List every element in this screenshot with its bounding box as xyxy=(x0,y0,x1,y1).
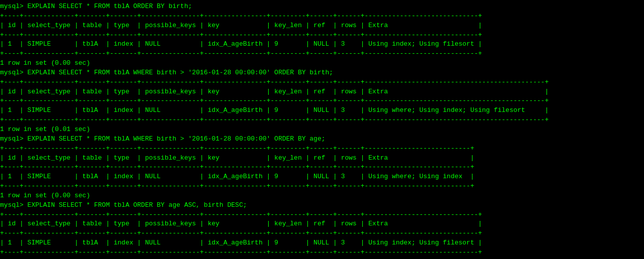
terminal-line: +----+-------------+-------+-------+----… xyxy=(0,182,644,191)
terminal-line: | id | select_type | table | type | poss… xyxy=(0,219,644,229)
terminal-line: +----+-------------+-------+-------+----… xyxy=(0,229,644,238)
terminal-line: +----+-------------+-------+-------+----… xyxy=(0,163,644,172)
terminal-line: mysql> EXPLAIN SELECT * FROM tblA ORDER … xyxy=(0,201,644,210)
terminal-line: +----+-------------+-------+-------+----… xyxy=(0,210,644,220)
terminal-line: +----+-------------+-------+-------+----… xyxy=(0,49,644,59)
terminal-line: | id | select_type | table | type | poss… xyxy=(0,154,644,163)
terminal-line: mysql> EXPLAIN SELECT * FROM tblA ORDER … xyxy=(0,2,644,12)
terminal-line: +----+-------------+-------+-------+----… xyxy=(0,78,644,87)
terminal-line: mysql> EXPLAIN SELECT * FROM tblA WHERE … xyxy=(0,135,644,144)
terminal-line: +----+-------------+-------+-------+----… xyxy=(0,115,644,125)
terminal-line: +----+-------------+-------+-------+----… xyxy=(0,248,644,257)
terminal-line: +----+-------------+-------+-------+----… xyxy=(0,31,644,40)
terminal-line: | id | select_type | table | type | poss… xyxy=(0,21,644,31)
terminal-line: | 1 | SIMPLE | tblA | index | NULL | idx… xyxy=(0,172,644,182)
terminal-line: | id | select_type | table | type | poss… xyxy=(0,87,644,97)
terminal-line: 1 row in set (0.01 sec) xyxy=(0,125,644,135)
terminal-line: | 1 | SIMPLE | tblA | index | NULL | idx… xyxy=(0,238,644,248)
terminal-line: 1 row in set (0.00 sec) xyxy=(0,191,644,201)
terminal-line: +----+-------------+-------+-------+----… xyxy=(0,144,644,154)
terminal-line: mysql> EXPLAIN SELECT * FROM tblA WHERE … xyxy=(0,68,644,78)
terminal-line: | 1 | SIMPLE | tblA | index | NULL | idx… xyxy=(0,106,644,115)
terminal-line: | 1 | SIMPLE | tblA | index | NULL | idx… xyxy=(0,40,644,49)
terminal-line: +----+-------------+-------+-------+----… xyxy=(0,96,644,106)
terminal-line: +----+-------------+-------+-------+----… xyxy=(0,12,644,21)
terminal-line: 1 row in set (0.00 sec) xyxy=(0,59,644,68)
terminal-window: mysql> EXPLAIN SELECT * FROM tblA ORDER … xyxy=(0,0,644,259)
